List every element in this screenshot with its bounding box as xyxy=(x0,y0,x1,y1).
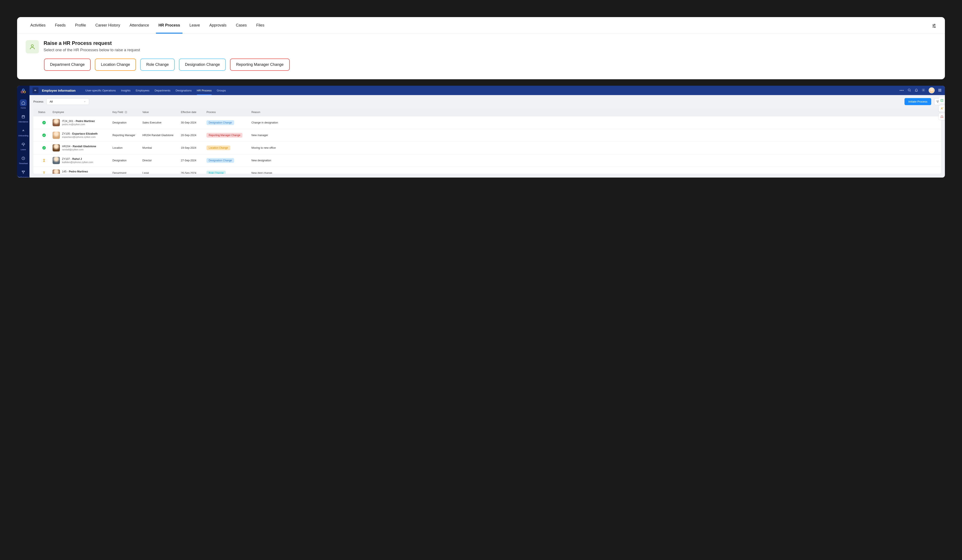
sidebar-item-performance[interactable]: Performance xyxy=(17,167,29,177)
gear-icon[interactable] xyxy=(922,88,925,93)
sidebar-item-onboarding[interactable]: Onboarding xyxy=(17,126,29,138)
employee-avatar xyxy=(53,132,60,139)
page-title: Employee Information xyxy=(42,89,76,92)
svg-point-9 xyxy=(24,91,26,93)
sidebar-item-timesheet[interactable]: Timesheet xyxy=(17,153,29,166)
process-cell: Reporting Manager Change xyxy=(207,133,252,138)
hr-process-panel: ActivitiesFeedsProfileCareer HistoryAtte… xyxy=(17,17,945,79)
svg-rect-17 xyxy=(938,90,939,90)
main-content: Employee Information User-specific Opera… xyxy=(29,86,945,177)
filter-bar: Process All Initiate Process xyxy=(29,95,945,108)
date-cell: 27-Sep-2024 xyxy=(181,159,207,162)
employee-cell: ZY107 - Rahul Jkalliden@zphone.zylker.co… xyxy=(53,157,113,164)
tab-feeds[interactable]: Feeds xyxy=(50,17,70,34)
value-cell: HR204 Randall Gladstone xyxy=(142,134,181,137)
svg-point-7 xyxy=(22,89,24,91)
nav-tab-hr-process[interactable]: HR Process xyxy=(197,86,211,95)
pill-department-change[interactable]: Department Change xyxy=(44,58,90,71)
right-float-buttons xyxy=(939,97,945,120)
sidebar-item-home[interactable]: Home xyxy=(17,98,29,111)
bell-icon[interactable] xyxy=(915,88,918,93)
date-cell: 26-Sep-2024 xyxy=(181,172,207,174)
nav-tab-user-specific-operations[interactable]: User-specific Operations xyxy=(86,86,116,95)
employee-cell: ZY105 - Espartaco Elizabethespartaco@zph… xyxy=(53,132,113,139)
employee-avatar xyxy=(53,157,60,164)
table-row[interactable]: ZY107 - Rahul Jkalliden@zphone.zylker.co… xyxy=(33,154,941,167)
tab-cases[interactable]: Cases xyxy=(231,17,252,34)
value-cell: Legal xyxy=(142,172,181,174)
employee-avatar xyxy=(53,169,60,174)
process-table: Status Employee Key Field Value Effectiv… xyxy=(33,108,941,174)
process-filter-select[interactable]: All xyxy=(47,98,89,105)
nav-tab-designations[interactable]: Designations xyxy=(176,86,192,95)
svg-point-6 xyxy=(31,45,33,47)
table-row[interactable]: IT24_001 - Pedro Martinezpedro.m@zylker.… xyxy=(33,116,941,129)
apps-grid-icon[interactable] xyxy=(938,89,942,92)
tab-attendance[interactable]: Attendance xyxy=(125,17,154,34)
sidebar-item-leave[interactable]: Leave xyxy=(17,139,29,152)
reason-cell: Moving to new office xyxy=(252,146,939,150)
process-cell: Role Change xyxy=(207,171,252,174)
tab-approvals[interactable]: Approvals xyxy=(205,17,231,34)
secondary-nav-tabs: User-specific OperationsInsightsEmployee… xyxy=(86,86,896,95)
table-row[interactable]: 145 - Pedro Martinezpedro@zylker.comDepa… xyxy=(33,167,941,174)
more-menu-icon[interactable]: ••• xyxy=(899,89,904,92)
user-float-button[interactable] xyxy=(939,105,945,112)
process-pills-row: Department ChangeLocation ChangeRole Cha… xyxy=(44,58,936,71)
help-float-button[interactable] xyxy=(939,97,945,104)
svg-point-1 xyxy=(934,24,935,25)
svg-point-5 xyxy=(935,27,936,27)
svg-point-25 xyxy=(941,108,942,109)
raise-request-section: Raise a HR Process request Select one of… xyxy=(17,34,945,79)
employee-cell: IT24_001 - Pedro Martinezpedro.m@zylker.… xyxy=(53,119,113,126)
pill-reporting-manager-change[interactable]: Reporting Manager Change xyxy=(230,58,289,71)
svg-point-13 xyxy=(923,90,924,90)
collapse-icon[interactable] xyxy=(124,111,128,114)
th-value: Value xyxy=(142,111,181,114)
nav-tab-departments[interactable]: Departments xyxy=(155,86,170,95)
tab-profile[interactable]: Profile xyxy=(70,17,90,34)
nav-tab-insights[interactable]: Insights xyxy=(121,86,131,95)
back-button[interactable] xyxy=(32,87,39,93)
user-avatar[interactable] xyxy=(929,87,935,93)
process-cell: Location Change xyxy=(207,145,252,150)
alert-float-button[interactable] xyxy=(939,113,945,120)
svg-rect-18 xyxy=(939,90,940,90)
status-cell xyxy=(36,134,53,137)
search-icon[interactable] xyxy=(907,88,911,93)
svg-rect-16 xyxy=(940,89,941,90)
tab-hr-process[interactable]: HR Process xyxy=(154,17,185,34)
pill-location-change[interactable]: Location Change xyxy=(95,58,136,71)
profile-tabs: ActivitiesFeedsProfileCareer HistoryAtte… xyxy=(17,17,945,34)
table-row[interactable]: HR204 - Randall Gladstonerandall@zylker.… xyxy=(33,142,941,154)
svg-rect-14 xyxy=(938,89,939,90)
nav-tab-employees[interactable]: Employees xyxy=(136,86,149,95)
chevron-down-icon xyxy=(84,100,86,103)
th-process: Process xyxy=(207,111,252,114)
table-row[interactable]: ZY105 - Espartaco Elizabethespartaco@zph… xyxy=(33,129,941,142)
th-keyfield: Key Field xyxy=(113,111,142,114)
clock-icon xyxy=(20,155,27,162)
pill-role-change[interactable]: Role Change xyxy=(140,58,175,71)
sidebar-item-attendance[interactable]: Attendance xyxy=(17,111,29,125)
initiate-process-button[interactable]: Initiate Process xyxy=(904,98,931,105)
tab-files[interactable]: Files xyxy=(252,17,269,34)
pill-designation-change[interactable]: Designation Change xyxy=(179,58,226,71)
keyfield-cell: Department xyxy=(113,172,142,174)
tab-career-history[interactable]: Career History xyxy=(90,17,125,34)
status-cell xyxy=(36,159,53,162)
topbar: Employee Information User-specific Opera… xyxy=(29,86,945,95)
tab-leave[interactable]: Leave xyxy=(185,17,205,34)
process-cell: Designation Change xyxy=(207,158,252,163)
tab-activities[interactable]: Activities xyxy=(26,17,50,34)
app-logo-icon[interactable] xyxy=(20,88,26,94)
th-reason: Reason xyxy=(252,111,939,114)
person-icon xyxy=(26,40,39,53)
settings-toggle-icon[interactable] xyxy=(931,23,936,28)
nav-tab-groups[interactable]: Groups xyxy=(217,86,226,95)
reason-cell: Change in designation xyxy=(252,121,939,124)
svg-rect-21 xyxy=(939,91,940,92)
keyfield-cell: Designation xyxy=(113,121,142,124)
status-cell xyxy=(36,146,53,150)
request-subtitle: Select one of the HR Processes below to … xyxy=(44,48,140,52)
